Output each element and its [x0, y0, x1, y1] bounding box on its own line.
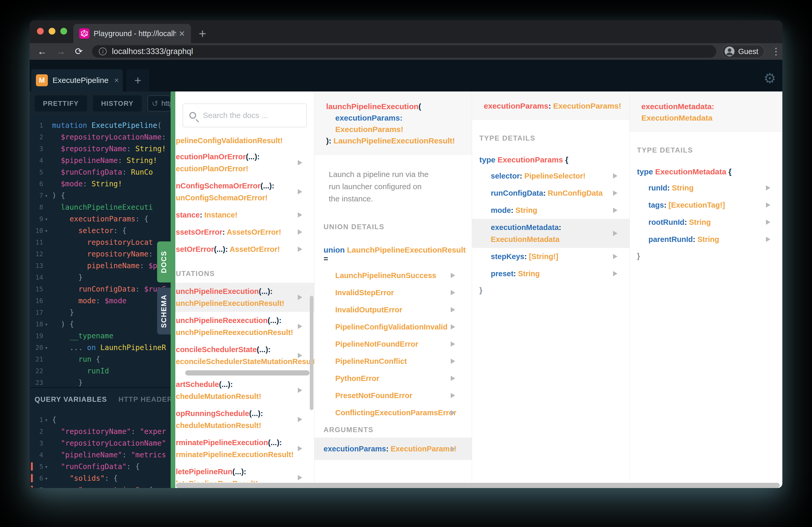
endpoint-input[interactable]: ↺ http://loc: [147, 95, 171, 111]
fold-arrow-icon[interactable]: ▾: [45, 461, 48, 473]
expand-arrow-icon[interactable]: [451, 410, 455, 415]
union-member-InvalidOutputError[interactable]: InvalidOutputError: [315, 301, 472, 318]
argument-row-executionparams[interactable]: executionParams: ExecutionParams!: [315, 438, 472, 460]
expand-arrow-icon[interactable]: [298, 388, 302, 393]
code-line[interactable]: 6 $mode: String!: [30, 178, 171, 190]
code-line[interactable]: 16 mode: $mode: [30, 295, 171, 307]
union-member-ConflictingExecutionParamsError[interactable]: ConflictingExecutionParamsError: [315, 404, 472, 421]
expand-arrow-icon[interactable]: [298, 246, 302, 252]
settings-gear-icon[interactable]: ⚙: [764, 70, 776, 87]
forward-icon[interactable]: →: [56, 46, 66, 57]
expand-arrow-icon[interactable]: [298, 475, 302, 480]
code-line[interactable]: 1mutation ExecutePipeline(: [30, 120, 171, 131]
browser-tab[interactable]: Playground - http://localhost:3 ✕: [73, 24, 191, 43]
union-member-InvalidStepError[interactable]: InvalidStepError: [315, 284, 472, 301]
history-button[interactable]: HISTORY: [93, 95, 142, 111]
expand-arrow-icon[interactable]: [766, 185, 770, 191]
fold-arrow-icon[interactable]: ▾: [45, 190, 48, 202]
docs-item-artSchedule[interactable]: artSchedule(...):cheduleMutationResult!: [175, 376, 314, 405]
code-line[interactable]: 5▾ "runConfigData": {: [30, 461, 171, 472]
expand-arrow-icon[interactable]: [451, 376, 455, 381]
expand-arrow-icon[interactable]: [451, 307, 455, 312]
union-member-PipelineNotFoundError[interactable]: PipelineNotFoundError: [315, 335, 472, 352]
expand-arrow-icon[interactable]: [298, 446, 302, 451]
fold-arrow-icon[interactable]: ▾: [45, 342, 48, 354]
fold-arrow-icon[interactable]: ▾: [45, 484, 48, 488]
expand-arrow-icon[interactable]: [766, 237, 770, 242]
type-field-parentRunId[interactable]: parentRunId: String: [630, 231, 782, 248]
expand-arrow-icon[interactable]: [298, 189, 302, 194]
type-field-preset[interactable]: preset: String: [472, 265, 629, 282]
code-line[interactable]: 6▾ "solids": {: [30, 472, 171, 484]
prettify-button[interactable]: PRETTIFY: [34, 95, 87, 111]
union-member-PresetNotFoundError[interactable]: PresetNotFoundError: [315, 387, 472, 404]
new-tab-button[interactable]: +: [199, 25, 206, 43]
expand-arrow-icon[interactable]: [451, 342, 455, 347]
expand-arrow-icon[interactable]: [613, 173, 618, 179]
code-line[interactable]: 4 "pipelineName": "metrics: [30, 449, 171, 461]
type-field-runId[interactable]: runId: String: [630, 179, 782, 196]
minimize-window-button[interactable]: [49, 28, 55, 34]
union-member-LaunchPipelineRunSuccess[interactable]: LaunchPipelineRunSuccess: [315, 267, 472, 284]
playground-tab-executepipeline[interactable]: M ExecutePipeline ×: [31, 69, 123, 91]
type-field-rootRunId[interactable]: rootRunId: String: [630, 214, 782, 231]
expand-arrow-icon[interactable]: [298, 229, 302, 235]
fold-arrow-icon[interactable]: ▾: [45, 213, 48, 225]
docs-side-tab[interactable]: DOCS: [157, 241, 171, 283]
docs-search-box[interactable]: [183, 103, 307, 127]
code-line[interactable]: 1▾{: [30, 414, 171, 426]
fold-arrow-icon[interactable]: ▾: [45, 414, 48, 426]
maximize-window-button[interactable]: [60, 28, 67, 34]
expand-arrow-icon[interactable]: [298, 417, 302, 422]
union-member-PipelineRunConflict[interactable]: PipelineRunConflict: [315, 352, 472, 370]
expand-arrow-icon[interactable]: [298, 212, 302, 217]
union-member-PythonError[interactable]: PythonError: [315, 370, 472, 387]
code-line[interactable]: 15 runConfigData: $runC: [30, 283, 171, 295]
type-field-selector[interactable]: selector: PipelineSelector!: [472, 167, 629, 184]
expand-arrow-icon[interactable]: [451, 446, 455, 451]
back-icon[interactable]: ←: [38, 46, 47, 57]
docs-item-letePipelineRun[interactable]: letePipelineRun(...):letePipelineRunResu…: [175, 463, 314, 482]
docs-item-ssetsOrError[interactable]: ssetsOrError: AssetsOrError!: [175, 224, 314, 241]
docs-item-opRunningSchedule[interactable]: opRunningSchedule(...):cheduleMutationRe…: [175, 405, 314, 434]
expand-arrow-icon[interactable]: [298, 324, 302, 329]
type-field-runConfigData[interactable]: runConfigData: RunConfigData: [472, 184, 629, 202]
reload-icon[interactable]: ⟳: [75, 46, 83, 57]
expand-arrow-icon[interactable]: [613, 271, 618, 276]
code-line[interactable]: 18▾ ) {: [30, 318, 171, 330]
code-line[interactable]: 7▾) {: [30, 190, 171, 201]
type-field-executionMetadata[interactable]: executionMetadata:ExecutionMetadata: [472, 219, 629, 248]
type-field-stepKeys[interactable]: stepKeys: [String!]: [472, 248, 629, 265]
code-line[interactable]: 22 runId: [30, 365, 171, 377]
code-line[interactable]: 13 pipelineName: $pip: [30, 260, 171, 272]
docs-column-scrollbar[interactable]: [310, 296, 314, 410]
address-bar[interactable]: i localhost:3333/graphql: [92, 45, 716, 58]
docs-inner-hscrollbar[interactable]: [175, 370, 314, 376]
docs-item-rminatePipelineExecution[interactable]: rminatePipelineExecution(...):rminatePip…: [175, 434, 314, 463]
code-line[interactable]: 5 $runConfigData: RunCo: [30, 166, 171, 178]
code-line[interactable]: 9▾ executionParams: {: [30, 213, 171, 225]
site-info-icon[interactable]: i: [99, 48, 107, 55]
expand-arrow-icon[interactable]: [451, 324, 455, 330]
code-line[interactable]: 19 __typename: [30, 330, 171, 342]
type-field-tags[interactable]: tags: [ExecutionTag!]: [630, 196, 782, 214]
playground-new-tab-button[interactable]: +: [126, 69, 149, 91]
docs-divider[interactable]: [171, 91, 175, 488]
code-line[interactable]: 17 }: [30, 307, 171, 318]
code-line[interactable]: 7▾ "save_metrics": {: [30, 484, 171, 488]
query-variables-editor[interactable]: 1▾{2 "repositoryName": "exper3 "reposito…: [30, 414, 171, 488]
docs-horizontal-scrollbar[interactable]: [176, 483, 780, 488]
code-line[interactable]: 12 repositoryName: $r: [30, 248, 171, 260]
expand-arrow-icon[interactable]: [451, 273, 455, 278]
type-field-mode[interactable]: mode: String: [472, 202, 629, 219]
docs-item-unchPipelineExecution[interactable]: unchPipelineExecution(...):unchPipelineE…: [175, 283, 314, 312]
url-text[interactable]: localhost:3333/graphql: [112, 47, 193, 56]
profile-button[interactable]: Guest: [722, 45, 764, 58]
expand-arrow-icon[interactable]: [298, 295, 302, 300]
endpoint-reload-icon[interactable]: ↺: [151, 99, 158, 108]
docs-item-nConfigSchemaOrError[interactable]: nConfigSchemaOrError(...):unConfigSchema…: [175, 177, 314, 206]
expand-arrow-icon[interactable]: [298, 160, 302, 165]
expand-arrow-icon[interactable]: [766, 220, 770, 225]
docs-item-stance[interactable]: stance: Instance!: [175, 206, 314, 224]
docs-item-ecutionPlanOrError[interactable]: ecutionPlanOrError(...):ecutionPlanOrErr…: [175, 148, 314, 177]
